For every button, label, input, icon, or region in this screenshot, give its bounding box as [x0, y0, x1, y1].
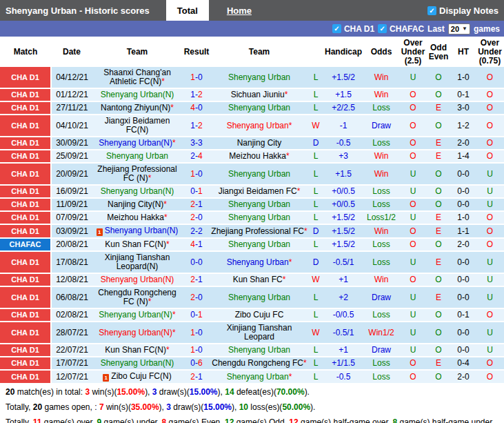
half-time-score: 1-0 [451, 211, 476, 224]
over-under-075: O [476, 370, 504, 384]
league-badge[interactable]: CHA D1 [0, 344, 51, 357]
league-badge[interactable]: CHA D1 [0, 163, 51, 185]
home-team-name[interactable]: Zhejiang Professional FC (N) [97, 164, 177, 183]
league-badge[interactable]: CHA D1 [0, 322, 51, 344]
over-under-25: O [400, 88, 426, 101]
league-badge[interactable]: CHA D1 [0, 185, 51, 198]
away-team-name[interactable]: Shenyang Urban [228, 213, 290, 222]
match-date: 11/09/21 [51, 198, 92, 211]
away-team-name[interactable]: Jiangxi Beidamen FC [219, 186, 297, 196]
handicap-value: +0/0.5 [324, 185, 363, 198]
odds-result: Loss [363, 238, 400, 251]
home-team-cell: Zhejiang Professional FC (N)* [92, 163, 182, 185]
match-date: 07/09/21 [51, 211, 92, 224]
title-bar: Shenyang Urban - Historic scores Total H… [0, 0, 504, 21]
away-team-name[interactable]: Meizhou Hakka [229, 151, 286, 161]
tab-home[interactable]: Home [216, 0, 263, 21]
home-team-cell: Shenyang Urban(N) [92, 273, 182, 286]
odds-result: Loss [363, 370, 400, 384]
over-under-075: O [476, 137, 504, 150]
last-games-select[interactable]: 20 ▼ [448, 23, 470, 35]
league-badge[interactable]: CHAFAC [0, 238, 51, 251]
league-badge[interactable]: CHA D1 [0, 308, 51, 322]
summary-footer: 20 match(es) in total: 3 win(s)(15.00%),… [0, 384, 504, 423]
full-time-score: 1-2 [182, 115, 211, 137]
league-badge[interactable]: CHA D1 [0, 101, 51, 115]
full-time-score: 2-0 [182, 286, 211, 308]
odd-even: E [426, 211, 451, 224]
league-badge[interactable]: CHA D1 [0, 286, 51, 308]
home-team-name[interactable]: Shenyang Urban(N) [101, 358, 174, 368]
page-title: Shenyang Urban - Historic scores [0, 0, 157, 21]
half-time-score: 0-0 [451, 322, 476, 344]
away-team-name[interactable]: Shenyang Urban [228, 293, 290, 302]
away-team-name[interactable]: Shenyang Urban [228, 239, 290, 249]
away-team-name[interactable]: Shenyang Urban [228, 199, 290, 209]
league-badge[interactable]: CHA D1 [0, 357, 51, 370]
column-header: Over Under (2.5) [400, 37, 426, 67]
league-badge[interactable]: CHA D1 [0, 251, 51, 273]
handicap-value: +1 [324, 273, 363, 286]
home-team-name[interactable]: Nantong Zhiyun(N) [101, 103, 170, 112]
home-team-name[interactable]: Chengdu Rongcheng FC (N) [98, 288, 176, 306]
away-team-name[interactable]: Xinjiang Tianshan Leopard [227, 323, 292, 342]
away-team-name[interactable]: Zibo Cuju FC [235, 310, 284, 319]
tab-total[interactable]: Total [166, 0, 209, 21]
home-team-name[interactable]: Kun Shan FC(N) [105, 239, 166, 249]
home-team-name[interactable]: Kun Shan FC(N) [105, 345, 166, 355]
league-badge[interactable]: CHA D1 [0, 198, 51, 211]
away-team-name[interactable]: Shenyang Urban [228, 169, 290, 179]
league-badge[interactable]: CHA D1 [0, 273, 51, 286]
column-header: Odds [363, 37, 400, 67]
chafac-checkbox[interactable]: ✓ [378, 24, 387, 33]
home-team-name[interactable]: Xinjiang Tianshan Leopard(N) [105, 253, 170, 271]
home-team-name[interactable]: Shenyang Urban(N) [99, 138, 172, 148]
league-badge[interactable]: CHA D1 [0, 211, 51, 224]
league-badge[interactable]: CHA D1 [0, 150, 51, 163]
home-team-name[interactable]: Shenyang Urban(N) [105, 226, 179, 235]
handicap-value: +1.5/2 [324, 238, 363, 251]
away-team-name[interactable]: Chengdu Rongcheng FC [212, 358, 303, 368]
away-team-name[interactable]: Shenyang Urban [227, 257, 289, 267]
winner-star-icon: * [289, 121, 292, 130]
home-team-name[interactable]: Jiangxi Beidamen FC(N) [105, 116, 170, 135]
home-team-name[interactable]: Zibo Cuju FC(N) [111, 371, 171, 381]
away-team-cell: Shenyang Urban [211, 238, 308, 251]
away-team-name[interactable]: Shenyang Urban [227, 372, 289, 382]
home-team-name[interactable]: Shenyang Urban(N) [99, 310, 172, 319]
away-team-name[interactable]: Shenyang Urban [228, 72, 290, 82]
away-team-name[interactable]: Kun Shan FC [233, 275, 283, 284]
summary-segment: Totally, [6, 402, 33, 412]
home-team-name[interactable]: Shenyang Urban(N) [99, 328, 172, 337]
home-team-name[interactable]: Nanjing City(N) [108, 199, 163, 209]
away-team-cell: Shenyang Urban* [211, 251, 308, 273]
home-team-name[interactable]: Meizhou Hakka [107, 213, 164, 222]
handicap-value: -0.5/1 [324, 251, 363, 273]
display-notes-checkbox[interactable]: ✓ [427, 6, 436, 15]
handicap-value: -1 [324, 115, 363, 137]
away-team-name[interactable]: Shenyang Urban [228, 103, 290, 112]
home-team-name[interactable]: Shenyang Urban [106, 151, 168, 161]
cha-d1-checkbox[interactable]: ✓ [332, 24, 341, 33]
away-team-name[interactable]: Zhejiang Professional FC [211, 226, 304, 236]
league-badge[interactable]: CHA D1 [0, 224, 51, 238]
home-team-name[interactable]: Shenyang Urban(N) [101, 186, 174, 196]
away-team-name[interactable]: Shenyang Urban [228, 345, 290, 355]
winner-star-icon: * [304, 226, 308, 236]
league-badge[interactable]: CHA D1 [0, 88, 51, 101]
home-team-name[interactable]: Shenyang Urban(N) [101, 90, 174, 99]
league-badge[interactable]: CHA D1 [0, 115, 51, 137]
away-team-name[interactable]: Nanjing City [237, 138, 282, 148]
away-team-name[interactable]: Sichuan Jiuniu [231, 90, 285, 99]
odds-result: Loss [363, 357, 400, 370]
league-badge[interactable]: CHA D1 [0, 67, 51, 88]
odd-even: E [426, 357, 451, 370]
league-badge[interactable]: CHA D1 [0, 370, 51, 384]
away-team-name[interactable]: Shenyang Urban [227, 121, 289, 130]
over-under-075: O [476, 67, 504, 88]
home-team-name[interactable]: Shenyang Urban(N) [101, 275, 174, 284]
odds-result: Win [363, 273, 400, 286]
match-date: 27/11/21 [51, 101, 92, 115]
winner-star-icon: * [166, 239, 170, 249]
league-badge[interactable]: CHA D1 [0, 137, 51, 150]
